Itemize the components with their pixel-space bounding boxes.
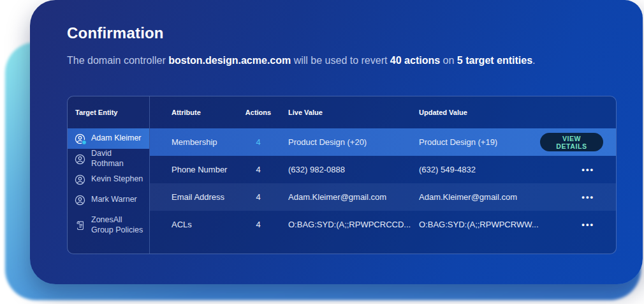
target-entity-header: Target Entity [68, 96, 149, 128]
confirmation-message: The domain controller boston.design.acme… [67, 55, 536, 66]
confirmation-screen: Confirmation The domain controller bosto… [0, 0, 644, 304]
cell-actions-count: 4 [243, 137, 274, 147]
table-row-membership: Membership 4 Product Design (+20) Produc… [150, 128, 616, 156]
cell-updated-value: (632) 549-4832 [419, 165, 540, 174]
more-options-icon[interactable]: ••• [582, 193, 594, 201]
sidebar-item-mark-warner[interactable]: Mark Warner [68, 190, 149, 210]
sidebar-item-label: Kevin Stephen [91, 174, 143, 185]
cell-live-value: O:BAG:SYD:(A;;RPWPCRCCD... [288, 220, 419, 229]
cell-updated-value: O:BAG:SYD:(A;;RPWPCRWW... [419, 220, 540, 229]
entities-count: 5 target entities [457, 55, 532, 66]
user-circle-icon [75, 154, 85, 165]
col-header-actions: Actions [243, 109, 274, 116]
domain-controller-name: boston.design.acme.com [168, 55, 291, 66]
more-options-icon[interactable]: ••• [582, 165, 594, 174]
message-middle: will be used to revert [291, 55, 390, 66]
message-prefix: The domain controller [67, 55, 168, 66]
col-header-live-value: Live Value [288, 109, 419, 116]
cell-live-value: Adam.Kleimer@gmail.com [288, 192, 419, 202]
actions-count: 40 actions [390, 55, 440, 66]
attributes-table: Attribute Actions Live Value Updated Val… [150, 96, 616, 254]
table-row-email-address: Email Address 4 Adam.Kleimer@gmail.com A… [150, 183, 616, 211]
table-row-acls: ACLs 4 O:BAG:SYD:(A;;RPWPCRCCD... O:BAG:… [150, 211, 616, 238]
sync-badge [82, 140, 87, 145]
user-circle-icon [75, 174, 85, 185]
col-header-attribute: Attribute [172, 109, 243, 116]
table-header-row: Attribute Actions Live Value Updated Val… [150, 96, 616, 128]
sidebar-item-kevin-stephen[interactable]: Kevin Stephen [68, 169, 149, 190]
cell-attribute: Email Address [172, 192, 243, 202]
sidebar-item-adam-kleimer[interactable]: Adam Kleimer [68, 128, 149, 149]
cell-attribute: Membership [172, 137, 243, 147]
sidebar-item-label: ZonesAll Group Policies [91, 215, 145, 235]
message-suffix: . [532, 55, 535, 66]
cell-live-value: (632) 982-0888 [288, 165, 419, 174]
cell-actions-count: 4 [243, 220, 274, 229]
cell-updated-value: Adam.Kleimer@gmail.com [419, 192, 540, 202]
sidebar-item-label: Mark Warner [91, 195, 137, 205]
user-circle-sync-icon [75, 133, 85, 144]
cell-updated-value: Product Design (+19) [419, 137, 540, 147]
cell-attribute: ACLs [172, 220, 243, 229]
user-circle-icon [75, 195, 85, 206]
col-header-updated-value: Updated Value [419, 109, 540, 116]
page-title: Confirmation [67, 24, 164, 42]
table-row-phone-number: Phone Number 4 (632) 982-0888 (632) 549-… [150, 156, 616, 183]
message-connector: on [440, 55, 457, 66]
cell-live-value: Product Design (+20) [288, 137, 419, 147]
scroll-icon [75, 220, 85, 231]
sidebar-item-label: David Rothman [91, 149, 145, 169]
view-details-button[interactable]: VIEW DETAILS [540, 133, 603, 151]
sidebar-item-david-rothman[interactable]: David Rothman [68, 149, 149, 169]
target-entity-sidebar: Target Entity Adam Kleimer [68, 96, 150, 254]
cell-attribute: Phone Number [172, 165, 243, 174]
sidebar-item-label: Adam Kleimer [91, 133, 142, 144]
cell-actions-count: 4 [243, 192, 274, 202]
revert-details-panel: Target Entity Adam Kleimer [67, 96, 617, 254]
sidebar-item-zonesall-group-policies[interactable]: ZonesAll Group Policies [68, 210, 149, 241]
cell-actions-count: 4 [243, 165, 274, 174]
confirmation-card: Confirmation The domain controller bosto… [30, 0, 643, 284]
more-options-icon[interactable]: ••• [582, 220, 594, 229]
